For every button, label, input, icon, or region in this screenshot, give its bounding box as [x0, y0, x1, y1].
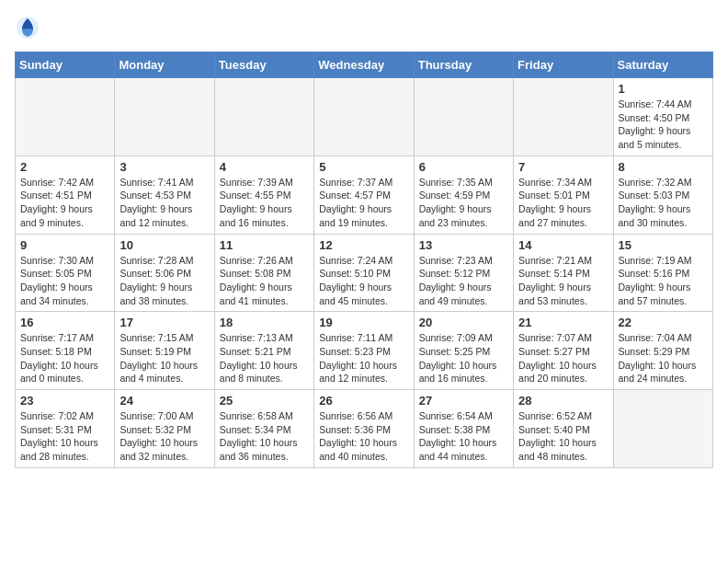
day-detail: Sunrise: 7:42 AM Sunset: 4:51 PM Dayligh…	[20, 176, 109, 230]
day-number: 17	[119, 316, 209, 329]
day-number: 7	[518, 160, 608, 174]
calendar-cell: 27Sunrise: 6:54 AM Sunset: 5:38 PM Dayli…	[414, 390, 513, 468]
calendar-cell: 18Sunrise: 7:13 AM Sunset: 5:21 PM Dayli…	[214, 312, 313, 390]
logo-icon	[15, 15, 40, 40]
day-number: 25	[220, 394, 309, 408]
calendar-cell	[414, 78, 513, 156]
day-number: 22	[619, 316, 708, 329]
calendar-cell	[115, 78, 214, 156]
calendar-cell	[514, 78, 613, 156]
calendar-cell: 1Sunrise: 7:44 AM Sunset: 4:50 PM Daylig…	[613, 78, 712, 156]
day-detail: Sunrise: 7:17 AM Sunset: 5:18 PM Dayligh…	[20, 331, 109, 385]
day-detail: Sunrise: 7:15 AM Sunset: 5:19 PM Dayligh…	[119, 331, 209, 385]
calendar-cell: 13Sunrise: 7:23 AM Sunset: 5:12 PM Dayli…	[414, 234, 513, 312]
calendar-cell: 22Sunrise: 7:04 AM Sunset: 5:29 PM Dayli…	[613, 312, 712, 390]
day-detail: Sunrise: 7:39 AM Sunset: 4:55 PM Dayligh…	[220, 176, 309, 230]
day-number: 24	[119, 394, 209, 408]
day-number: 18	[220, 316, 309, 329]
day-number: 6	[419, 160, 508, 174]
calendar-cell: 19Sunrise: 7:11 AM Sunset: 5:23 PM Dayli…	[314, 312, 414, 390]
day-number: 10	[119, 238, 209, 252]
day-number: 28	[518, 394, 608, 408]
calendar-cell: 25Sunrise: 6:58 AM Sunset: 5:34 PM Dayli…	[214, 390, 313, 468]
day-number: 1	[619, 82, 708, 96]
calendar-cell	[314, 78, 414, 156]
day-number: 16	[20, 316, 109, 329]
day-number: 3	[119, 160, 209, 174]
day-number: 12	[319, 238, 408, 252]
day-detail: Sunrise: 7:28 AM Sunset: 5:06 PM Dayligh…	[119, 254, 209, 308]
day-number: 15	[619, 238, 708, 252]
calendar-cell: 14Sunrise: 7:21 AM Sunset: 5:14 PM Dayli…	[514, 234, 613, 312]
header	[15, 15, 713, 40]
day-number: 9	[20, 238, 109, 252]
header-monday: Monday	[115, 52, 214, 78]
calendar-cell: 12Sunrise: 7:24 AM Sunset: 5:10 PM Dayli…	[314, 234, 414, 312]
day-number: 4	[220, 160, 309, 174]
day-detail: Sunrise: 7:09 AM Sunset: 5:25 PM Dayligh…	[419, 331, 508, 385]
calendar-cell: 26Sunrise: 6:56 AM Sunset: 5:36 PM Dayli…	[314, 390, 414, 468]
calendar-week-row: 23Sunrise: 7:02 AM Sunset: 5:31 PM Dayli…	[16, 390, 713, 468]
day-detail: Sunrise: 7:11 AM Sunset: 5:23 PM Dayligh…	[319, 331, 408, 385]
calendar-table: SundayMondayTuesdayWednesdayThursdayFrid…	[15, 52, 713, 468]
calendar-cell: 23Sunrise: 7:02 AM Sunset: 5:31 PM Dayli…	[16, 390, 115, 468]
day-number: 21	[518, 316, 608, 329]
day-number: 26	[319, 394, 408, 408]
day-detail: Sunrise: 7:21 AM Sunset: 5:14 PM Dayligh…	[518, 254, 608, 308]
day-detail: Sunrise: 7:19 AM Sunset: 5:16 PM Dayligh…	[619, 254, 708, 308]
day-number: 20	[419, 316, 508, 329]
calendar-cell: 17Sunrise: 7:15 AM Sunset: 5:19 PM Dayli…	[115, 312, 214, 390]
calendar-cell: 10Sunrise: 7:28 AM Sunset: 5:06 PM Dayli…	[115, 234, 214, 312]
calendar-cell: 24Sunrise: 7:00 AM Sunset: 5:32 PM Dayli…	[115, 390, 214, 468]
day-detail: Sunrise: 6:52 AM Sunset: 5:40 PM Dayligh…	[518, 409, 608, 464]
calendar-week-row: 16Sunrise: 7:17 AM Sunset: 5:18 PM Dayli…	[16, 312, 713, 390]
day-detail: Sunrise: 7:32 AM Sunset: 5:03 PM Dayligh…	[619, 176, 708, 230]
header-thursday: Thursday	[414, 52, 513, 78]
header-saturday: Saturday	[613, 52, 712, 78]
calendar-cell: 9Sunrise: 7:30 AM Sunset: 5:05 PM Daylig…	[16, 234, 115, 312]
day-detail: Sunrise: 7:13 AM Sunset: 5:21 PM Dayligh…	[220, 331, 309, 385]
day-detail: Sunrise: 7:24 AM Sunset: 5:10 PM Dayligh…	[319, 254, 408, 308]
calendar-week-row: 2Sunrise: 7:42 AM Sunset: 4:51 PM Daylig…	[16, 155, 713, 234]
day-detail: Sunrise: 7:02 AM Sunset: 5:31 PM Dayligh…	[20, 409, 109, 464]
calendar-cell: 21Sunrise: 7:07 AM Sunset: 5:27 PM Dayli…	[514, 312, 613, 390]
day-detail: Sunrise: 6:54 AM Sunset: 5:38 PM Dayligh…	[419, 409, 508, 464]
calendar-cell: 4Sunrise: 7:39 AM Sunset: 4:55 PM Daylig…	[214, 155, 313, 234]
calendar-cell: 2Sunrise: 7:42 AM Sunset: 4:51 PM Daylig…	[16, 155, 115, 234]
day-number: 5	[319, 160, 408, 174]
calendar-cell: 28Sunrise: 6:52 AM Sunset: 5:40 PM Dayli…	[514, 390, 613, 468]
day-detail: Sunrise: 7:41 AM Sunset: 4:53 PM Dayligh…	[119, 176, 209, 230]
day-detail: Sunrise: 7:26 AM Sunset: 5:08 PM Dayligh…	[220, 254, 309, 308]
calendar-cell: 6Sunrise: 7:35 AM Sunset: 4:59 PM Daylig…	[414, 155, 513, 234]
day-detail: Sunrise: 6:56 AM Sunset: 5:36 PM Dayligh…	[319, 409, 408, 464]
header-sunday: Sunday	[16, 52, 115, 78]
calendar-header-row: SundayMondayTuesdayWednesdayThursdayFrid…	[16, 52, 713, 78]
logo	[15, 15, 42, 40]
day-detail: Sunrise: 7:34 AM Sunset: 5:01 PM Dayligh…	[518, 176, 608, 230]
day-detail: Sunrise: 6:58 AM Sunset: 5:34 PM Dayligh…	[220, 409, 309, 464]
calendar-week-row: 1Sunrise: 7:44 AM Sunset: 4:50 PM Daylig…	[16, 78, 713, 156]
day-number: 14	[518, 238, 608, 252]
day-detail: Sunrise: 7:35 AM Sunset: 4:59 PM Dayligh…	[419, 176, 508, 230]
day-detail: Sunrise: 7:30 AM Sunset: 5:05 PM Dayligh…	[20, 254, 109, 308]
calendar-week-row: 9Sunrise: 7:30 AM Sunset: 5:05 PM Daylig…	[16, 234, 713, 312]
calendar-cell: 16Sunrise: 7:17 AM Sunset: 5:18 PM Dayli…	[16, 312, 115, 390]
header-tuesday: Tuesday	[214, 52, 313, 78]
day-number: 27	[419, 394, 508, 408]
calendar-cell: 20Sunrise: 7:09 AM Sunset: 5:25 PM Dayli…	[414, 312, 513, 390]
calendar-cell: 8Sunrise: 7:32 AM Sunset: 5:03 PM Daylig…	[613, 155, 712, 234]
day-detail: Sunrise: 7:37 AM Sunset: 4:57 PM Dayligh…	[319, 176, 408, 230]
day-number: 19	[319, 316, 408, 329]
calendar-cell	[214, 78, 313, 156]
day-number: 2	[20, 160, 109, 174]
day-number: 11	[220, 238, 309, 252]
day-detail: Sunrise: 7:44 AM Sunset: 4:50 PM Dayligh…	[619, 98, 708, 152]
calendar-cell: 5Sunrise: 7:37 AM Sunset: 4:57 PM Daylig…	[314, 155, 414, 234]
calendar-cell: 15Sunrise: 7:19 AM Sunset: 5:16 PM Dayli…	[613, 234, 712, 312]
header-wednesday: Wednesday	[314, 52, 414, 78]
calendar-cell	[613, 390, 712, 468]
day-number: 8	[619, 160, 708, 174]
calendar-cell: 11Sunrise: 7:26 AM Sunset: 5:08 PM Dayli…	[214, 234, 313, 312]
header-friday: Friday	[514, 52, 613, 78]
calendar-cell: 3Sunrise: 7:41 AM Sunset: 4:53 PM Daylig…	[115, 155, 214, 234]
